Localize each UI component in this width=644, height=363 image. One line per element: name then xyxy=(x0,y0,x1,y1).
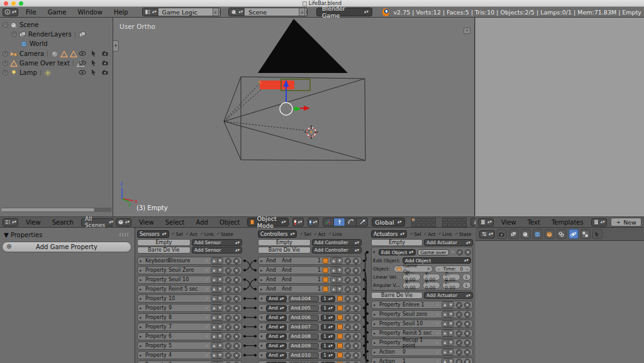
actuator-row[interactable]: ▸ Property Enleve 1 ✓ ▲▼ ✓ ✕ xyxy=(371,301,473,309)
edit-object-actuator-block[interactable]: ▾ Edit Object▲▼ Game over ✎ ✓ ✕ Edit Obj… xyxy=(371,247,473,291)
move-down-button[interactable]: ▼ xyxy=(217,333,223,339)
state-button[interactable] xyxy=(337,324,343,330)
move-up-button[interactable]: ▲ xyxy=(442,359,448,363)
menu-game[interactable]: Game xyxy=(44,9,70,16)
delete-controller-button[interactable]: ✕ xyxy=(353,258,359,264)
controller-name-field[interactable]: And.005 xyxy=(289,305,319,311)
eye-icon[interactable] xyxy=(79,69,86,76)
add-game-property-button[interactable]: Add Game Property xyxy=(2,242,131,252)
active-toggle-button[interactable]: ✓ xyxy=(225,258,231,264)
expand-icon[interactable]: ▸ xyxy=(260,268,264,273)
active-toggle-button[interactable]: ✓ xyxy=(456,359,462,363)
filter-link[interactable]: ✓Link xyxy=(200,232,214,237)
controller-row[interactable]: ▾ And▲▼ And.007 1▲▼ ✓ ✕ xyxy=(258,323,362,331)
layer-cell[interactable] xyxy=(416,218,421,222)
scene-name[interactable]: Scene xyxy=(245,8,299,16)
delete-actuator-button[interactable]: ✕ xyxy=(464,302,470,308)
active-toggle-button[interactable]: ✓ xyxy=(225,277,231,283)
active-toggle-button[interactable]: ✓ xyxy=(225,267,231,274)
menu-view[interactable]: View xyxy=(497,219,520,226)
move-down-button[interactable]: ▼ xyxy=(217,352,223,358)
expand-icon[interactable]: ▸ xyxy=(374,340,377,345)
move-down-button[interactable]: ▼ xyxy=(448,321,453,327)
scale-manipulator-button[interactable] xyxy=(357,218,368,226)
add-layout-button[interactable]: ＋ xyxy=(213,8,218,16)
outliner-row-renderlayers[interactable]: + RenderLayers xyxy=(11,30,86,39)
sensor-row[interactable]: ▸ Property 5 ✓ ▲▼ ✓ ✕ xyxy=(137,342,242,350)
menu-text[interactable]: Text xyxy=(524,219,544,226)
move-up-button[interactable]: ▲ xyxy=(211,333,217,339)
move-up-button[interactable]: ▲ xyxy=(331,286,336,292)
expand-icon[interactable]: + xyxy=(3,60,8,66)
layout-icon-button[interactable]: ▲▼ xyxy=(143,8,158,16)
state-button[interactable] xyxy=(323,258,328,264)
delete-sensor-button[interactable]: ✕ xyxy=(233,286,240,293)
actuator-row[interactable]: ▸ Property Seuil 10 ✓ ▲▼ ✓ ✕ xyxy=(371,320,473,328)
delete-actuator-button[interactable]: ✕ xyxy=(464,340,470,346)
sensor-row[interactable]: ▸ Property Seuil Zero ✓ ▲▼ ✓ ✕ xyxy=(137,266,242,274)
move-down-button[interactable]: ▼ xyxy=(336,286,342,292)
layer-cell[interactable] xyxy=(416,223,421,227)
move-up-button[interactable]: ▲ xyxy=(331,258,336,264)
pivot-dropdown[interactable]: ▲▼ xyxy=(308,218,319,226)
sensor-row[interactable]: ▸ Property 10 ✓ ▲▼ ✓ ✕ xyxy=(137,294,242,303)
tab-physics[interactable] xyxy=(569,229,579,239)
active-toggle-button[interactable]: ✓ xyxy=(225,305,231,311)
sensor-row[interactable]: ▸ Property 7 ✓ ▲▼ ✓ ✕ xyxy=(137,323,242,331)
active-toggle-button[interactable]: ✓ xyxy=(345,352,351,359)
delete-actuator-button[interactable]: ✕ xyxy=(464,349,470,355)
filter-act[interactable]: ✓Act xyxy=(424,232,436,237)
expand-icon[interactable]: ▸ xyxy=(374,312,377,317)
properties-editor-region[interactable]: ▲▼ xyxy=(475,228,644,363)
menu-file[interactable]: File xyxy=(22,9,40,16)
move-down-button[interactable]: ▼ xyxy=(448,340,453,345)
layer-cell[interactable] xyxy=(431,223,436,227)
viewport-3d[interactable]: z x y User Ortho (3) Empty + + xyxy=(113,18,475,216)
controller-name-field[interactable]: And.010 xyxy=(289,352,319,359)
layer-cell[interactable] xyxy=(457,218,462,222)
local-toggle-button[interactable]: L xyxy=(462,282,471,289)
delete-sensor-button[interactable]: ✕ xyxy=(233,267,240,274)
expand-icon[interactable]: ▸ xyxy=(374,359,377,363)
move-up-button[interactable]: ▲ xyxy=(442,330,448,336)
tab-object[interactable] xyxy=(545,229,555,239)
layer-cell[interactable] xyxy=(452,223,457,227)
active-toggle-button[interactable]: ✓ xyxy=(456,302,462,308)
add-actuator-button[interactable]: Add Actuator▲▼ xyxy=(424,292,473,299)
controller-row[interactable]: ▸ And And 1 ▲▼ ✓ ✕ xyxy=(258,285,362,293)
move-up-button[interactable]: ▲ xyxy=(211,277,217,282)
outliner-row-scene[interactable]: − Scene xyxy=(3,20,39,30)
expand-icon[interactable]: ▸ xyxy=(140,287,143,292)
angular-y-field[interactable]: Y: 0.00 xyxy=(423,282,441,289)
controller-type-dropdown[interactable]: And▲▼ xyxy=(266,296,287,302)
layer-cell[interactable] xyxy=(447,223,452,227)
pin-icon[interactable]: ✎ xyxy=(451,250,455,255)
actuator-row[interactable]: ▸ Property Recup 1 point ✓ ▲▼ ✓ ✕ xyxy=(371,338,473,347)
state-button[interactable] xyxy=(323,267,328,273)
controller-type-dropdown[interactable]: And▲▼ xyxy=(266,324,287,330)
scrollbar-thumb[interactable] xyxy=(1,208,94,211)
layer-cell[interactable] xyxy=(421,223,426,227)
expand-icon[interactable]: ▸ xyxy=(260,287,264,292)
delete-controller-button[interactable]: ✕ xyxy=(353,277,359,283)
local-toggle-button[interactable]: L xyxy=(462,274,471,281)
delete-actuator-button[interactable]: ✕ xyxy=(464,359,470,363)
move-down-button[interactable]: ▼ xyxy=(217,315,223,320)
sensor-row[interactable]: ▸ Property 6 ✓ ▲▼ ✓ ✕ xyxy=(137,332,242,340)
life-bar-red[interactable] xyxy=(260,81,294,89)
delete-controller-button[interactable]: ✕ xyxy=(353,343,359,349)
sensor-row[interactable]: ▸ Property 8 ✓ ▲▼ ✓ ✕ xyxy=(137,313,242,321)
active-toggle-button[interactable]: ✓ xyxy=(225,343,231,349)
state-button[interactable] xyxy=(337,343,343,349)
delete-sensor-button[interactable]: ✕ xyxy=(233,296,240,302)
active-toggle-button[interactable]: ✓ xyxy=(345,333,351,340)
expand-icon[interactable]: ▸ xyxy=(140,315,143,320)
cursor-3d[interactable] xyxy=(304,125,318,139)
editor-type-button-text[interactable]: ▲▼ xyxy=(478,218,494,226)
move-down-button[interactable]: ▼ xyxy=(448,330,453,336)
translate-gizmo[interactable] xyxy=(280,80,310,115)
move-down-button[interactable]: ▼ xyxy=(448,302,453,308)
move-up-button[interactable]: ▲ xyxy=(211,324,217,330)
expand-icon[interactable]: ▸ xyxy=(140,334,143,339)
expand-icon[interactable]: ▸ xyxy=(374,331,377,336)
